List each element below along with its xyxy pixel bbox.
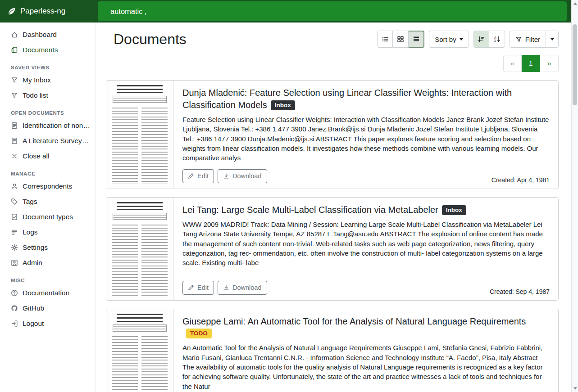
edit-button-label: Edit [197, 284, 209, 291]
document-excerpt: Feature Selection using Linear Classifie… [182, 115, 549, 162]
sidebar-item-label: Admin [23, 259, 42, 267]
sidebar-section-manage: MANAGE [0, 164, 95, 179]
scrollbar-up-arrow-icon[interactable] [573, 2, 577, 5]
sidebar-item-open-document-2[interactable]: A Literature Survey on ... [0, 133, 95, 149]
view-detail-button[interactable] [409, 31, 424, 48]
sidebar-item-label: My Inbox [23, 76, 51, 84]
gear-icon [11, 244, 18, 251]
document-list: Dunja Mladenić: Feature Selection using … [106, 80, 559, 392]
download-button[interactable]: Download [218, 169, 267, 183]
question-circle-icon [11, 289, 18, 297]
view-list-button[interactable] [377, 31, 393, 48]
grid-view-icon [397, 36, 404, 43]
document-title: Dunja Mladenić: Feature Selection using … [182, 87, 549, 111]
page-title: Documents [114, 31, 187, 48]
pencil-icon [188, 284, 194, 291]
sidebar-item-my-inbox[interactable]: My Inbox [0, 72, 95, 88]
logout-icon [11, 320, 18, 327]
sidebar-item-open-document-1[interactable]: Identification of non-fu... [0, 118, 95, 133]
app-brand[interactable]: Paperless-ng [0, 6, 96, 16]
sidebar-item-label: Documentation [23, 289, 69, 297]
thumbnail-preview [110, 200, 169, 297]
document-card: Lei Tang: Large Scale Multi-Label Classi… [106, 197, 559, 301]
pagination-page-1[interactable]: 1 [522, 55, 540, 72]
list-view-icon [382, 36, 389, 43]
document-title-link[interactable]: Dunja Mladenić: Feature Selection using … [182, 88, 512, 109]
download-button-label: Download [232, 284, 262, 291]
global-search-input[interactable] [98, 1, 567, 21]
sort-by-button[interactable]: Sort by [429, 31, 469, 48]
sidebar-item-tags[interactable]: Tags [0, 194, 95, 209]
sidebar-item-github[interactable]: GitHub [0, 301, 95, 316]
sort-alphabetical-button[interactable]: AZ [489, 31, 505, 48]
sidebar-item-label: Todo list [23, 91, 48, 99]
sidebar-item-documentation[interactable]: Documentation [0, 285, 95, 301]
document-tag-badge[interactable]: Inbox [442, 205, 466, 215]
sort-direction-group: AZ [473, 31, 505, 48]
list-lines-icon [11, 229, 18, 236]
document-title-link[interactable]: Giuseppe Lami: An Automatic Tool for the… [182, 316, 526, 326]
document-title-link[interactable]: Lei Tang: Large Scale Multi-Label Classi… [182, 205, 438, 215]
pagination-prev: « [503, 55, 522, 72]
funnel-icon [11, 77, 18, 84]
document-title: Lei Tang: Large Scale Multi-Label Classi… [182, 204, 549, 216]
pagination: « 1 » [106, 55, 559, 72]
file-text-icon [11, 122, 18, 129]
sidebar-item-label: Identification of non-fu... [23, 122, 91, 130]
edit-button[interactable]: Edit [182, 281, 214, 295]
document-tag-badge[interactable]: TODO [186, 329, 212, 338]
download-button[interactable]: Download [218, 281, 267, 295]
window-scrollbar[interactable] [571, 0, 578, 392]
sidebar-item-todo-list[interactable]: Todo list [0, 88, 95, 103]
sidebar-item-label: Document types [23, 213, 73, 221]
sidebar-item-settings[interactable]: Settings [0, 240, 95, 255]
filter-button[interactable]: Filter [510, 31, 546, 48]
document-thumbnail[interactable] [106, 81, 173, 188]
sidebar-item-dashboard[interactable]: Dashboard [0, 27, 95, 42]
sidebar-item-document-types[interactable]: Document types [0, 209, 95, 225]
sidebar-section-open-documents: OPEN DOCUMENTS [0, 103, 95, 118]
file-text-icon [11, 137, 18, 144]
funnel-icon [515, 36, 522, 43]
search-bar [96, 0, 571, 23]
scrollbar-down-arrow-icon[interactable] [573, 387, 577, 390]
pagination-next[interactable]: » [540, 55, 559, 72]
sidebar-item-label: Tags [23, 198, 37, 206]
document-tag-badge[interactable]: Inbox [271, 100, 295, 110]
sidebar-item-admin[interactable]: Admin [0, 255, 95, 270]
sidebar-item-label: Settings [23, 243, 48, 252]
sort-descending-button[interactable] [473, 31, 489, 48]
pencil-icon [188, 173, 194, 179]
sidebar-item-close-all[interactable]: Close all [0, 149, 95, 164]
top-navbar: Paperless-ng [0, 0, 571, 23]
sidebar-item-logs[interactable]: Logs [0, 225, 95, 240]
documents-toolbar: Documents [106, 31, 559, 48]
person-icon [11, 183, 18, 190]
sidebar-item-label: Documents [23, 46, 58, 54]
sidebar-item-label: Dashboard [23, 31, 57, 39]
document-thumbnail[interactable] [106, 309, 173, 392]
caret-down-icon [551, 38, 554, 41]
document-card: Dunja Mladenić: Feature Selection using … [106, 80, 559, 189]
edit-button[interactable]: Edit [182, 169, 214, 183]
sidebar-item-logout[interactable]: Logout [0, 316, 95, 331]
document-created-date: Created: Sep 4, 1987 [490, 288, 550, 295]
filter-caret-button[interactable] [546, 31, 559, 48]
document-excerpt: An Automatic Tool for the Analysis of Na… [182, 343, 549, 391]
sort-descending-icon [478, 36, 485, 43]
tag-icon [11, 198, 18, 205]
github-icon [11, 305, 18, 312]
house-icon [11, 31, 18, 38]
sidebar-item-documents[interactable]: Documents [0, 42, 95, 58]
svg-text:A: A [494, 36, 496, 39]
sort-by-label: Sort by [435, 36, 456, 43]
scrollbar-thumb[interactable] [573, 24, 577, 105]
paperless-logo-icon [6, 6, 16, 16]
sidebar-item-correspondents[interactable]: Correspondents [0, 179, 95, 194]
filter-group: Filter [510, 31, 559, 48]
sidebar-item-label: GitHub [23, 304, 44, 312]
document-title: Giuseppe Lami: An Automatic Tool for the… [182, 315, 549, 339]
document-thumbnail[interactable] [106, 198, 173, 300]
download-icon [223, 284, 229, 291]
view-grid-button[interactable] [393, 31, 409, 48]
